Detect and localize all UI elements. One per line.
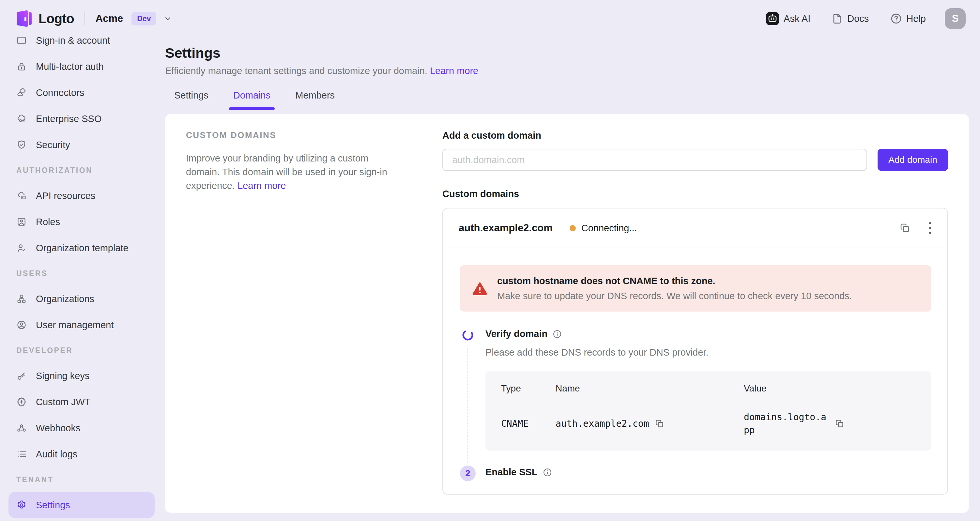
- sidebar-item-signing-keys[interactable]: Signing keys: [8, 363, 154, 389]
- custom-domain-input[interactable]: [442, 149, 867, 171]
- logto-brand[interactable]: Logto: [14, 9, 74, 29]
- sidebar-item-settings[interactable]: Settings: [8, 492, 154, 518]
- roles-icon: [16, 217, 27, 227]
- info-icon: [543, 468, 552, 477]
- tab-members[interactable]: Members: [295, 90, 335, 108]
- docs-label: Docs: [847, 13, 869, 24]
- status-dot: [570, 225, 576, 231]
- subtitle-learn-more-link[interactable]: Learn more: [430, 65, 478, 76]
- topbar: Logto Acme Dev Ask AI Docs: [0, 0, 980, 37]
- sidebar-item-sign-in-account[interactable]: Sign-in & account: [8, 37, 154, 54]
- verify-domain-description: Please add these DNS records to your DNS…: [485, 347, 931, 358]
- spinner-icon: [459, 327, 476, 344]
- docs-button[interactable]: Docs: [832, 13, 869, 24]
- custom-domains-list-label: Custom domains: [442, 188, 948, 199]
- ask-ai-button[interactable]: Ask AI: [766, 12, 810, 25]
- help-button[interactable]: Help: [890, 13, 926, 24]
- tab-settings[interactable]: Settings: [174, 90, 208, 108]
- sidebar-item-webhooks[interactable]: Webhooks: [8, 415, 154, 441]
- sidebar-section-developer: DEVELOPER: [0, 338, 163, 363]
- copy-icon: [835, 419, 844, 429]
- domain-more-menu-button[interactable]: [929, 221, 932, 235]
- status-text: Connecting...: [581, 223, 637, 234]
- verify-domain-title: Verify domain: [485, 328, 547, 339]
- sidebar-item-organizations[interactable]: Organizations: [8, 286, 154, 312]
- sidebar-item-organization-template[interactable]: Organization template: [8, 235, 154, 261]
- user-avatar[interactable]: S: [945, 8, 966, 29]
- sidebar-section-tenant: TENANT: [0, 467, 163, 492]
- error-title: custom hostname does not CNAME to this z…: [497, 274, 852, 287]
- step-verify-domain: Verify domain Please add these DNS recor…: [460, 328, 931, 451]
- dns-header-value: Value: [744, 383, 915, 394]
- tenant-env-badge: Dev: [132, 12, 156, 25]
- main-content: Settings Efficiently manage tenant setti…: [163, 37, 980, 521]
- logto-console: Logto Acme Dev Ask AI Docs: [0, 0, 980, 521]
- tab-domains[interactable]: Domains: [233, 90, 270, 108]
- api-resources-icon: [16, 191, 27, 201]
- error-banner: custom hostname does not CNAME to this z…: [460, 265, 931, 312]
- org-chart-icon: [16, 294, 27, 304]
- step-number-badge: 2: [460, 465, 476, 481]
- enterprise-sso-icon: [16, 113, 27, 124]
- copy-dns-value-button[interactable]: [835, 419, 844, 429]
- badge-plus-icon: [16, 397, 27, 407]
- copy-dns-name-button[interactable]: [655, 419, 664, 429]
- domain-name: auth.example2.com: [459, 222, 553, 234]
- copy-domain-button[interactable]: [900, 223, 910, 233]
- kebab-menu-icon: [929, 221, 932, 235]
- page-subtitle: Efficiently manage tenant settings and c…: [165, 65, 969, 76]
- dns-record-name: auth.example2.com: [555, 417, 649, 430]
- help-icon: [890, 13, 902, 24]
- ask-ai-label: Ask AI: [784, 13, 810, 24]
- gear-icon: [16, 500, 27, 510]
- setup-steps: Verify domain Please add these DNS recor…: [460, 328, 931, 478]
- dns-header-type: Type: [501, 383, 555, 394]
- sidebar-item-multi-factor-auth[interactable]: Multi-factor auth: [8, 54, 154, 80]
- domain-card-body: custom hostname does not CNAME to this z…: [443, 248, 947, 494]
- docs-icon: [832, 13, 843, 24]
- person-check-icon: [16, 243, 27, 253]
- domains-panel: CUSTOM DOMAINS Improve your branding by …: [165, 114, 969, 513]
- user-circle-icon: [16, 320, 27, 330]
- tenant-selector[interactable]: Acme Dev: [95, 12, 172, 25]
- key-icon: [16, 371, 27, 381]
- sidebar-item-security[interactable]: Security: [8, 132, 154, 158]
- shield-check-icon: [16, 140, 27, 150]
- warning-icon: [473, 282, 487, 295]
- domain-card: auth.example2.com Connecting...: [442, 208, 948, 495]
- chevron-down-icon: [164, 14, 172, 23]
- sidebar-item-api-resources[interactable]: API resources: [8, 183, 154, 209]
- dns-header-name: Name: [555, 383, 744, 394]
- lock-icon: [16, 61, 27, 72]
- logto-logo-icon: [14, 9, 33, 29]
- browser-window-icon: [16, 37, 27, 46]
- sidebar-item-custom-jwt[interactable]: Custom JWT: [8, 389, 154, 415]
- brand-name: Logto: [38, 11, 74, 26]
- error-description: Make sure to update your DNS records. We…: [497, 289, 852, 303]
- sidebar-item-enterprise-sso[interactable]: Enterprise SSO: [8, 106, 154, 132]
- connectors-icon: [16, 88, 27, 98]
- list-icon: [16, 449, 27, 459]
- dns-record-value: domains.logto.app: [744, 411, 829, 437]
- help-label: Help: [906, 13, 926, 24]
- tab-bar: Settings Domains Members: [165, 90, 969, 109]
- tenant-name: Acme: [95, 13, 123, 24]
- ask-ai-icon: [766, 12, 780, 25]
- dns-record-type: CNAME: [501, 417, 555, 430]
- sidebar: Sign-in & account Multi-factor auth Conn…: [0, 37, 163, 521]
- sidebar-item-connectors[interactable]: Connectors: [8, 80, 154, 106]
- page-title: Settings: [165, 45, 969, 61]
- section-title: CUSTOM DOMAINS: [186, 130, 411, 140]
- enable-ssl-title: Enable SSL: [485, 467, 538, 478]
- sidebar-item-roles[interactable]: Roles: [8, 209, 154, 235]
- step-enable-ssl: 2 Enable SSL: [460, 467, 931, 478]
- custom-domains-intro: CUSTOM DOMAINS Improve your branding by …: [186, 130, 411, 495]
- sidebar-item-audit-logs[interactable]: Audit logs: [8, 441, 154, 467]
- sidebar-item-user-management[interactable]: User management: [8, 312, 154, 338]
- section-learn-more-link[interactable]: Learn more: [237, 180, 286, 191]
- info-icon: [553, 330, 562, 339]
- domain-card-header: auth.example2.com Connecting...: [443, 209, 947, 248]
- add-domain-button[interactable]: Add domain: [878, 149, 948, 171]
- custom-domains-form: Add a custom domain Add domain Custom do…: [442, 130, 948, 495]
- sidebar-section-users: USERS: [0, 261, 163, 286]
